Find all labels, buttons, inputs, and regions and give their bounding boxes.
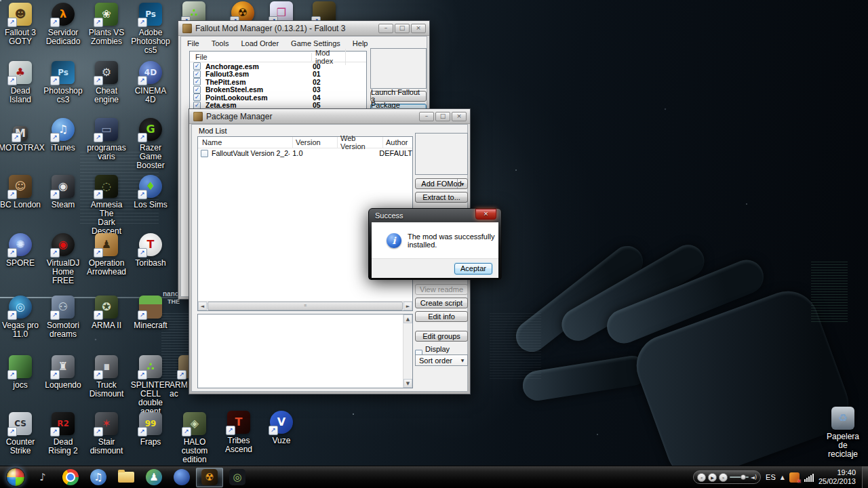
scroll-down-arrow-icon[interactable]: ▼ [403,379,412,388]
column-header-version[interactable]: Version [293,137,338,148]
esm-row-anchorage-esm[interactable]: ✓Anchorage.esm00 [190,62,366,70]
esm-row-brokensteel-esm[interactable]: ✓BrokenSteel.esm03 [190,86,366,94]
esm-checkbox[interactable]: ✓ [193,86,201,94]
esm-row-thepitt-esm[interactable]: ✓ThePitt.esm02 [190,78,366,86]
desktop-icon-dead-rising-2[interactable]: R2↗Dead Rising 2 [41,412,85,455]
desktop-icon-tribes-ascend[interactable]: T↗Tribes Ascend [217,411,260,454]
desktop-icon-cheat-engine[interactable]: ⚙↗Cheat engine [85,61,128,104]
mod-checkbox[interactable] [201,150,208,157]
speaker-icon[interactable]: ◄) [751,474,757,481]
pm-description-box[interactable]: ▲ ▼ [197,314,413,388]
taskbar-item-explorer[interactable] [113,468,140,487]
desktop-icon-loquendo[interactable]: ♜↗Loquendo [41,355,85,390]
fomm-titlebar[interactable]: Fallout Mod Manager (0.13.21) - Fallout … [178,21,429,36]
column-header-name[interactable]: Name [198,137,293,148]
desktop-icon-jocs[interactable]: ↗jocs [0,355,42,390]
minimize-button[interactable]: – [419,112,434,121]
desktop-icon-dead-island[interactable]: ♣↗Dead Island [0,61,42,104]
desktop-icon-halo-custom[interactable]: ◈↗HALO custom edition [173,412,216,464]
previous-track-button[interactable]: « [697,473,706,482]
column-header-web-version[interactable]: Web Version [338,137,383,148]
menu-tools[interactable]: Tools [205,38,235,50]
next-track-button[interactable]: » [719,473,728,482]
create-script-button[interactable]: Create script [415,298,468,308]
desktop-icon-photoshop-cs3[interactable]: Ps↗Photoshop cs3 [41,61,85,104]
taskbar-item-chrome[interactable] [57,468,84,487]
volume-slider[interactable] [730,476,749,478]
extract-to-button[interactable]: Extract to... [415,192,468,203]
scroll-up-arrow-icon[interactable]: ▲ [403,314,412,323]
menu-load-order[interactable]: Load Order [235,38,285,50]
hidden-icons-arrow-icon[interactable]: ▲ [781,474,785,481]
dropdown-arrow-icon[interactable]: ▼ [457,179,467,188]
desktop-icon-plants-vs-zombies[interactable]: ❀↗Plants VS Zombies [85,3,128,46]
scroll-right-arrow-icon[interactable]: ► [403,302,412,310]
add-fomod-button[interactable]: Add FOMod ▼ [415,178,468,189]
esm-checkbox[interactable]: ✓ [193,94,201,101]
edit-groups-button[interactable]: Edit groups [415,331,468,342]
desktop-icon-counter-strike[interactable]: CS↗Counter Strike [0,412,42,455]
desktop-icon-toribash[interactable]: T↗Toribash [129,233,172,268]
esm-checkbox[interactable]: ✓ [193,70,201,78]
fomm-list-header[interactable]: File Mod index [190,52,366,62]
tray-app-icon[interactable] [789,472,800,483]
desktop-icon-adobe-photoshop-cs5[interactable]: Ps↗Adobe Photoshop cs5 [129,3,172,55]
desktop-icon-fallout-3-goty[interactable]: ☻↗Fallout 3 GOTY [0,3,42,46]
taskbar-item-audio-app[interactable]: ♪ [29,468,56,487]
desktop-icon-somotori-dreams[interactable]: ⚇↗Somotori dreams [41,296,85,339]
aceptar-button[interactable]: Aceptar [454,263,492,274]
desktop-icon-vegas-pro[interactable]: ◎↗Vegas pro 11.0 [0,296,42,339]
desktop-icon-arma-ii[interactable]: ✪↗ARMA II [85,296,128,330]
taskbar-item-globe-app[interactable] [168,468,195,487]
taskbar-item-fomm[interactable]: ◎ [224,468,251,487]
scrollbar-thumb[interactable]: ≡ [208,302,403,310]
maximize-button[interactable]: □ [435,112,450,121]
desktop-icon-amnesia[interactable]: ◌↗Amnesia The Dark Descent [85,175,128,236]
volume-slider-thumb[interactable] [741,474,746,480]
play-button[interactable]: ▶ [708,473,717,482]
column-header-file[interactable]: File [190,53,312,61]
dialog-titlebar[interactable]: Success × [372,209,498,222]
pm-titlebar[interactable]: Package Manager – □ × [189,109,470,124]
desktop-icon-minecraft[interactable]: ↗Minecraft [129,296,172,330]
desktop-icon-spore[interactable]: ✺↗SPORE [0,233,42,268]
clock[interactable]: 19:40 25/02/2013 [818,468,856,486]
scroll-left-arrow-icon[interactable]: ◄ [198,302,207,310]
taskbar-item-fallout-3[interactable]: ☢ [196,468,223,487]
horizontal-scrollbar[interactable]: ◄ ≡ ► [198,301,412,310]
desktop-icon-vuze[interactable]: V↗Vuze [260,411,303,445]
esm-checkbox[interactable]: ✓ [193,78,201,85]
desktop-icon-splinter-cell-da[interactable]: ∴↗SPLINTER CELL double agent [129,355,172,416]
close-button[interactable]: × [475,209,496,220]
desktop-icon-servidor-dedicado[interactable]: λ↗Servidor Dedicado [41,3,85,46]
desktop-icon-cinema-4d[interactable]: 4D↗CINEMA 4D [129,61,172,104]
menu-file[interactable]: File [181,38,205,50]
sort-order-dropdown[interactable]: Sort order ▼ [415,354,468,366]
desktop-icon-steam[interactable]: ◉↗Steam [41,175,85,209]
desktop-icon-recycle-bin[interactable]: ♻Papelera de reciclaje [821,407,865,459]
close-button[interactable]: × [411,24,426,33]
desktop-icon-stair-dismount[interactable]: ✶↗Stair dismount [85,412,128,455]
desktop-icon-operation-arrowhead[interactable]: ♟↗Operation Arrowhead [85,233,128,277]
network-icon[interactable] [804,473,814,482]
pm-table-header[interactable]: Name Version Web Version Author [198,137,412,148]
desktop-icon-itunes[interactable]: ♫↗iTunes [41,118,85,152]
esm-row-fallout3-esm[interactable]: ✓Fallout3.esm01 [190,70,366,79]
maximize-button[interactable]: □ [395,24,410,33]
esm-row-pointlookout-esm[interactable]: ✓PointLookout.esm04 [190,94,366,102]
esm-checkbox[interactable]: ✓ [193,62,201,70]
vertical-scrollbar[interactable]: ▲ ▼ [403,314,412,388]
show-desktop-button[interactable] [862,466,868,488]
desktop-icon-truck-dismount[interactable]: ∎↗Truck Dismount [85,355,128,399]
close-button[interactable]: × [452,112,467,121]
start-button[interactable] [6,468,25,487]
taskbar-item-itunes[interactable]: ♫ [85,468,112,487]
desktop-icon-programas-varis[interactable]: ▭↗programas varis [85,118,128,161]
language-indicator[interactable]: ES [766,473,776,481]
desktop-icon-virtualdj[interactable]: ◉↗VirtualDJ Home FREE [41,233,85,285]
desktop-icon-los-sims[interactable]: ♦↗Los Sims [129,175,172,209]
desktop-icon-fraps[interactable]: 99↗Fraps [129,412,172,447]
pm-mod-row[interactable]: FalloutVault Version 2_2-18429-2-2 1.0 D… [198,148,412,158]
column-header-author[interactable]: Author [383,137,412,148]
minimize-button[interactable]: – [378,24,393,33]
